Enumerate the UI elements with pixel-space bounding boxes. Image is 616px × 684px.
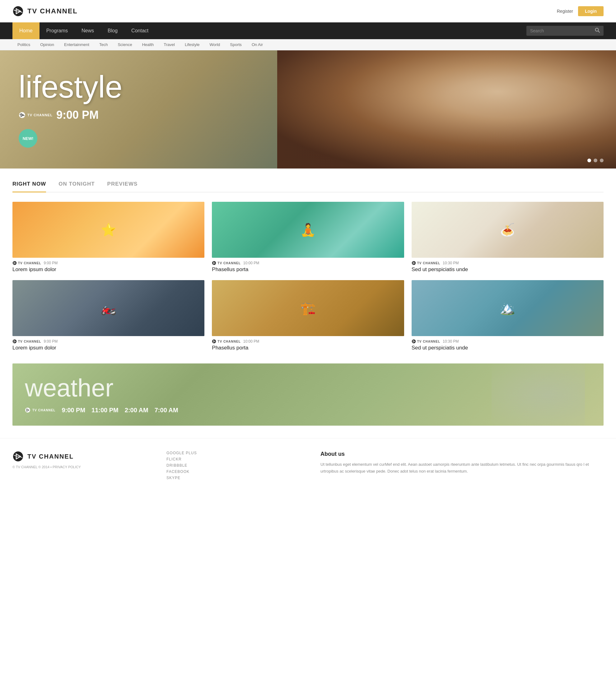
hero-dot-1[interactable]: [587, 159, 591, 162]
program-card-1[interactable]: ⭐ TV CHANNEL 9:00 PM Lorem ipsum dolor: [13, 202, 204, 273]
weather-banner[interactable]: weather TV CHANNEL 9:00 PM 11:00 PM 2:00…: [13, 363, 603, 426]
card-title-6: Sed ut perspiciatis unde: [412, 345, 603, 351]
subnav-tech[interactable]: Tech: [94, 39, 113, 50]
card-image-5: 🏗️: [212, 280, 404, 336]
card-title-5: Phasellus porta: [212, 345, 404, 351]
footer-about-text: Ut tellunbus eget elementum vel curMef e…: [321, 461, 603, 475]
nav-item-contact[interactable]: Contact: [125, 22, 155, 39]
hero-dot-3[interactable]: [600, 159, 603, 162]
svg-point-6: [13, 261, 17, 265]
nav-item-programs[interactable]: Programs: [40, 22, 75, 39]
hero-time: 9:00 PM: [56, 109, 98, 121]
footer-link-googleplus[interactable]: GOOGLE PLUS: [167, 451, 308, 455]
card-channel-logo-4: TV CHANNEL: [13, 339, 41, 344]
card-time-6: 10:30 PM: [443, 339, 459, 344]
card-time-5: 10:00 PM: [243, 339, 259, 344]
search-input[interactable]: [530, 28, 592, 33]
card-time-2: 10:00 PM: [243, 261, 259, 265]
hero-dot-2[interactable]: [594, 159, 597, 162]
subnav-entertainment[interactable]: Entertainment: [59, 39, 94, 50]
weather-time-2: 11:00 PM: [91, 407, 118, 414]
hero-meta: TV CHANNEL 9:00 PM: [19, 109, 597, 121]
footer-about-title: About us: [321, 451, 603, 457]
cards-grid: ⭐ TV CHANNEL 9:00 PM Lorem ipsum dolor 🧘: [13, 202, 603, 351]
card-meta-4: TV CHANNEL 9:00 PM: [13, 339, 204, 344]
subnav-health[interactable]: Health: [137, 39, 159, 50]
logo-icon: [13, 6, 24, 17]
footer-link-skype[interactable]: SKYPE: [167, 476, 308, 480]
tabs: RIGHT NOW ON TONIGHT PREVIEWS: [13, 181, 603, 192]
footer-logo-row: TV CHANNEL: [13, 451, 154, 462]
card-meta-2: TV CHANNEL 10:00 PM: [212, 261, 404, 265]
svg-point-10: [212, 340, 216, 343]
card-title-4: Lorem ipsum dolor: [13, 345, 204, 351]
card-channel-logo-6: TV CHANNEL: [412, 339, 440, 344]
card-channel-name-6: TV CHANNEL: [417, 340, 440, 343]
tab-right-now[interactable]: RIGHT NOW: [13, 181, 46, 192]
card-meta-3: TV CHANNEL 10:30 PM: [412, 261, 603, 265]
footer-logo-section: TV CHANNEL © TV CHANNEL © 2014 • PRIVACY…: [13, 451, 154, 480]
card-logo-icon-6: [412, 339, 416, 344]
card-image-2: 🧘: [212, 202, 404, 258]
card-title-3: Sed ut perspiciatis unde: [412, 267, 603, 273]
footer-link-flickr[interactable]: FLICKR: [167, 457, 308, 461]
card-channel-logo-2: TV CHANNEL: [212, 261, 241, 265]
card-image-3: 🍝: [412, 202, 603, 258]
new-badge: NEW!: [19, 129, 37, 148]
hero-logo: TV CHANNEL: [19, 112, 52, 118]
subnav-opinion[interactable]: Opinion: [35, 39, 59, 50]
card-time-4: 9:00 PM: [44, 339, 58, 344]
subnav-world[interactable]: World: [205, 39, 225, 50]
footer: TV CHANNEL © TV CHANNEL © 2014 • PRIVACY…: [0, 438, 616, 493]
card-channel-logo-5: TV CHANNEL: [212, 339, 241, 344]
program-card-4[interactable]: 🏍️ TV CHANNEL 9:00 PM Lorem ipsum dolor: [13, 280, 204, 351]
card-channel-logo-1: TV CHANNEL: [13, 261, 41, 265]
subnav-lifestyle[interactable]: Lifestyle: [180, 39, 205, 50]
footer-about-section: About us Ut tellunbus eget elementum vel…: [321, 451, 603, 480]
card-image-4: 🏍️: [13, 280, 204, 336]
subnav-onair[interactable]: On Air: [247, 39, 268, 50]
hero-channel-name: TV CHANNEL: [27, 113, 52, 117]
program-card-5[interactable]: 🏗️ TV CHANNEL 10:00 PM Phasellus porta: [212, 280, 404, 351]
svg-point-8: [412, 261, 415, 265]
svg-point-7: [212, 261, 216, 265]
card-title-1: Lorem ipsum dolor: [13, 267, 204, 273]
card-channel-logo-3: TV CHANNEL: [412, 261, 440, 265]
search-icon: [595, 28, 600, 33]
card-image-6: 🏔️: [412, 280, 603, 336]
weather-time-1: 9:00 PM: [62, 407, 85, 414]
footer-link-facebook[interactable]: FACEBOOK: [167, 470, 308, 474]
nav-item-blog[interactable]: Blog: [101, 22, 125, 39]
program-card-6[interactable]: 🏔️ TV CHANNEL 10:30 PM Sed ut perspiciat…: [412, 280, 603, 351]
hero-banner: lifestyle TV CHANNEL 9:00 PM NEW!: [0, 50, 616, 168]
subnav-science[interactable]: Science: [113, 39, 137, 50]
footer-social-links: GOOGLE PLUS FLICKR DRIBBBLE FACEBOOK SKY…: [167, 451, 308, 480]
hero-content: lifestyle TV CHANNEL 9:00 PM NEW!: [0, 50, 616, 168]
footer-copyright: © TV CHANNEL © 2014 • PRIVACY POLICY: [13, 465, 154, 469]
hero-dots: [587, 159, 603, 162]
weather-content: weather TV CHANNEL 9:00 PM 11:00 PM 2:00…: [13, 363, 603, 426]
subnav-travel[interactable]: Travel: [159, 39, 180, 50]
svg-point-12: [25, 408, 30, 413]
program-card-3[interactable]: 🍝 TV CHANNEL 10:30 PM Sed ut perspiciati…: [412, 202, 603, 273]
nav-item-home[interactable]: Home: [13, 22, 40, 39]
search-button[interactable]: [595, 28, 600, 34]
tab-on-tonight[interactable]: ON TONIGHT: [59, 181, 94, 192]
card-logo-icon-1: [13, 261, 17, 265]
subnav-politics[interactable]: Politics: [13, 39, 35, 50]
nav-item-news[interactable]: News: [75, 22, 101, 39]
program-card-2[interactable]: 🧘 TV CHANNEL 10:00 PM Phasellus porta: [212, 202, 404, 273]
topbar: TV CHANNEL Register Login: [0, 0, 616, 22]
svg-point-11: [412, 340, 415, 343]
login-button[interactable]: Login: [578, 6, 603, 16]
footer-logo-icon: [13, 451, 24, 462]
programs-section: RIGHT NOW ON TONIGHT PREVIEWS ⭐ TV CHANN…: [0, 168, 616, 360]
subnav-sports[interactable]: Sports: [225, 39, 247, 50]
register-link[interactable]: Register: [557, 9, 573, 14]
tab-previews[interactable]: PREVIEWS: [107, 181, 138, 192]
card-image-1: ⭐: [13, 202, 204, 258]
svg-point-9: [13, 340, 17, 343]
hero-title: lifestyle: [19, 71, 597, 102]
weather-times: TV CHANNEL 9:00 PM 11:00 PM 2:00 AM 7:00…: [25, 407, 591, 414]
footer-link-dribbble[interactable]: DRIBBBLE: [167, 463, 308, 468]
